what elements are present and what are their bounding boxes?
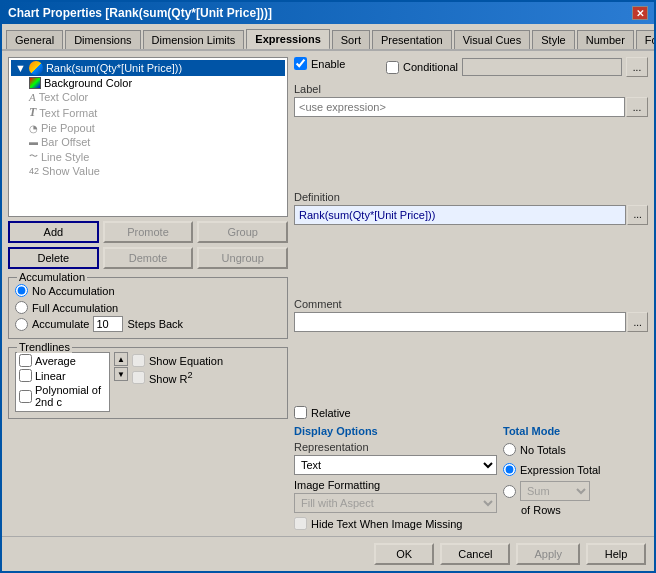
sum-row: Sum	[503, 481, 648, 501]
label-field-label: Label	[294, 83, 648, 95]
tree-item-line-style[interactable]: 〜 Line Style	[11, 149, 285, 164]
tab-font[interactable]: Font	[636, 30, 654, 49]
trendlines-inner: Average Linear Polynomial of 2nd c ▲	[15, 352, 281, 412]
tab-general[interactable]: General	[6, 30, 63, 49]
sum-radio[interactable]	[503, 485, 516, 498]
hide-text-checkbox[interactable]	[294, 517, 307, 530]
scroll-up-button[interactable]: ▲	[114, 352, 128, 366]
tree-item-text-format[interactable]: T Text Format	[11, 104, 285, 121]
no-accumulation-text: No Accumulation	[32, 285, 115, 297]
tree-item-text-color[interactable]: A Text Color	[11, 90, 285, 104]
close-button[interactable]: ✕	[632, 6, 648, 20]
bar-icon: ▬	[29, 137, 38, 147]
display-options-title: Display Options	[294, 425, 497, 437]
add-button[interactable]: Add	[8, 221, 99, 243]
show-equation-label: Show Equation	[149, 355, 223, 367]
group-button[interactable]: Group	[197, 221, 288, 243]
promote-button[interactable]: Promote	[103, 221, 194, 243]
definition-input[interactable]	[294, 205, 626, 225]
polynomial-checkbox[interactable]	[19, 390, 32, 403]
hide-text-label: Hide Text When Image Missing	[311, 518, 462, 530]
tree-item-pie[interactable]: ◔ Pie Popout	[11, 121, 285, 135]
relative-checkbox[interactable]	[294, 406, 307, 419]
show-r2-checkbox[interactable]	[132, 371, 145, 384]
tab-dimensions[interactable]: Dimensions	[65, 30, 140, 49]
conditional-input[interactable]	[462, 58, 622, 76]
pie-icon: ◔	[29, 123, 38, 134]
demote-button[interactable]: Demote	[103, 247, 194, 269]
tree-item-formula[interactable]: ▼ Rank(sum(Qty*[Unit Price]))	[11, 60, 285, 76]
trendline-polynomial[interactable]: Polynomial of 2nd c	[16, 383, 109, 409]
enable-checkbox[interactable]	[294, 57, 307, 70]
tree-item-line-label: Line Style	[41, 151, 89, 163]
expression-total-row: Expression Total	[503, 461, 648, 478]
scroll-down-button[interactable]: ▼	[114, 367, 128, 381]
tab-dimension-limits[interactable]: Dimension Limits	[143, 30, 245, 49]
tab-presentation[interactable]: Presentation	[372, 30, 452, 49]
line-icon: 〜	[29, 150, 38, 163]
trendline-linear[interactable]: Linear	[16, 368, 109, 383]
tab-sort[interactable]: Sort	[332, 30, 370, 49]
steps-input[interactable]	[93, 316, 123, 332]
ok-button[interactable]: OK	[374, 543, 434, 565]
accumulate-radio[interactable]	[15, 318, 28, 331]
show-r2-row: Show R2	[132, 370, 223, 385]
no-totals-label: No Totals	[520, 444, 566, 456]
expand-icon: ▼	[15, 62, 26, 74]
trendlines-options: Show Equation Show R2	[132, 352, 223, 412]
no-accumulation-row: No Accumulation	[15, 282, 281, 299]
help-button[interactable]: Help	[586, 543, 646, 565]
comment-ellipsis-button[interactable]: ...	[627, 312, 648, 332]
expression-total-radio[interactable]	[503, 463, 516, 476]
representation-label: Representation	[294, 441, 497, 453]
steps-back-label: Steps Back	[127, 318, 183, 330]
definition-ellipsis-button[interactable]: ...	[627, 205, 648, 225]
linear-label: Linear	[35, 370, 66, 382]
show-equation-checkbox[interactable]	[132, 354, 145, 367]
average-checkbox[interactable]	[19, 354, 32, 367]
tree-item-bg-color[interactable]: Background Color	[11, 76, 285, 90]
conditional-ellipsis-button[interactable]: ...	[626, 57, 648, 77]
comment-input-group: ...	[294, 312, 648, 332]
trendline-average[interactable]: Average	[16, 353, 109, 368]
image-formatting-select[interactable]: Fill with Aspect No Stretch Fill Always …	[294, 493, 497, 513]
definition-field-row: Definition ...	[294, 191, 648, 293]
hide-text-row: Hide Text When Image Missing	[294, 517, 497, 530]
image-formatting-label: Image Formatting	[294, 479, 497, 491]
tree-item-bg-color-label: Background Color	[44, 77, 132, 89]
no-accumulation-radio[interactable]	[15, 284, 28, 297]
label-input-group: ...	[294, 97, 648, 117]
text-format-icon: T	[29, 105, 36, 120]
tree-item-bar-label: Bar Offset	[41, 136, 90, 148]
apply-button[interactable]: Apply	[516, 543, 580, 565]
tab-number[interactable]: Number	[577, 30, 634, 49]
button-row-1: Add Promote Group	[8, 221, 288, 243]
enable-row: Enable	[294, 57, 345, 70]
delete-button[interactable]: Delete	[8, 247, 99, 269]
enable-label: Enable	[311, 58, 345, 70]
label-input[interactable]	[294, 97, 625, 117]
tab-style[interactable]: Style	[532, 30, 574, 49]
linear-checkbox[interactable]	[19, 369, 32, 382]
full-accumulation-radio[interactable]	[15, 301, 28, 314]
tab-expressions[interactable]: Expressions	[246, 29, 329, 50]
label-ellipsis-button[interactable]: ...	[626, 97, 648, 117]
tree-item-bar-offset[interactable]: ▬ Bar Offset	[11, 135, 285, 149]
bottom-panels: Display Options Representation Text Bar …	[294, 425, 648, 530]
no-totals-radio[interactable]	[503, 443, 516, 456]
conditional-checkbox[interactable]	[386, 61, 399, 74]
tree-item-show-value[interactable]: 42 Show Value	[11, 164, 285, 178]
bottom-bar: OK Cancel Apply Help	[2, 536, 654, 571]
sum-select[interactable]: Sum	[520, 481, 590, 501]
comment-input[interactable]	[294, 312, 626, 332]
ungroup-button[interactable]: Ungroup	[197, 247, 288, 269]
steps-row: Accumulate Steps Back	[15, 316, 281, 332]
window-title: Chart Properties [Rank(sum(Qty*[Unit Pri…	[8, 6, 272, 20]
tab-visual-cues[interactable]: Visual Cues	[454, 30, 531, 49]
relative-label: Relative	[311, 407, 351, 419]
representation-select[interactable]: Text Bar Image Circle Gauge LED Gauge Mi…	[294, 455, 497, 475]
expression-tree[interactable]: ▼ Rank(sum(Qty*[Unit Price])) Background…	[8, 57, 288, 217]
trendlines-list[interactable]: Average Linear Polynomial of 2nd c	[15, 352, 110, 412]
of-rows-text: of Rows	[503, 504, 648, 516]
cancel-button[interactable]: Cancel	[440, 543, 510, 565]
